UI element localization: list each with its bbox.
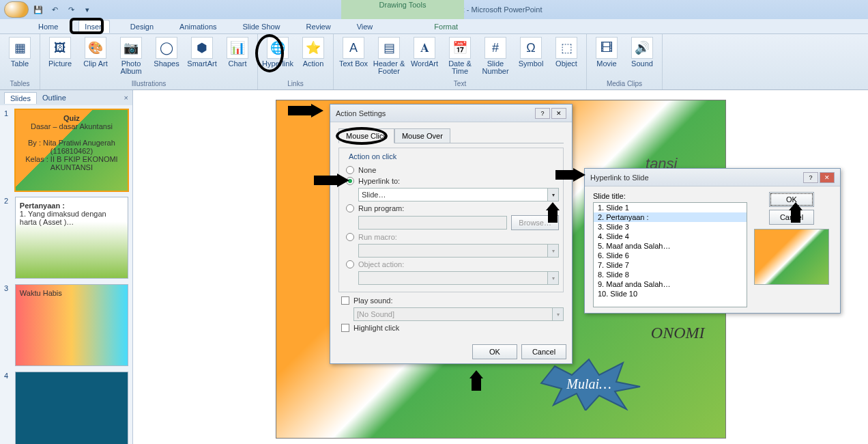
list-item[interactable]: 9. Maaf anda Salah… [594,279,747,289]
object-combo: ▾ [358,271,559,285]
action-settings-dialog: Action Settings ? ✕ Mouse Click Mouse Ov… [330,104,573,364]
chevron-down-icon: ▾ [547,245,558,257]
qat-undo-icon[interactable]: ↶ [48,3,61,16]
sound-combo: [No Sound]▾ [353,307,564,321]
btn-symbol[interactable]: ΩSymbol [514,36,548,69]
list-item[interactable]: 4. Slide 4 [594,232,747,241]
tab-slides[interactable]: Slides [4,92,37,104]
panel-close-icon[interactable]: × [124,94,128,102]
list-item[interactable]: 8. Slide 8 [594,270,747,279]
thumb-1[interactable]: Quiz Dasar – dasar Akuntansi By : Nita P… [15,109,128,191]
dialog-titlebar[interactable]: Hyperlink to Slide ? ✕ [585,169,840,186]
thumb-num: 3 [4,284,12,366]
btn-hyperlink[interactable]: 🌐Hyperlink [261,36,295,69]
qat-save-icon[interactable]: 💾 [31,3,45,16]
side-tabs: Slides Outline × [0,90,132,105]
contextual-tab-title: Drawing Tools [379,1,426,9]
btn-smartart[interactable]: ⬢SmartArt [185,36,219,69]
btn-object[interactable]: ⬚Object [549,36,583,69]
tab-review[interactable]: Review [301,20,336,33]
tab-mouseover[interactable]: Mouse Over [394,128,450,143]
tab-home[interactable]: Home [33,20,63,33]
btn-datetime[interactable]: 📅Date & Time [443,36,477,77]
symbol-icon: Ω [520,37,542,59]
dialog-tabs: Mouse Click Mouse Over [338,128,564,143]
ok-button[interactable]: OK [769,192,814,207]
list-item[interactable]: 6. Slide 6 [594,251,747,260]
btn-chart[interactable]: 📊Chart [220,36,255,69]
btn-sound[interactable]: 🔊Sound [625,36,659,69]
mulai-label: Mulai… [566,376,611,391]
chk-playsound[interactable] [341,296,349,305]
mulai-shape[interactable]: Mulai… [534,356,643,411]
datetime-icon: 📅 [449,37,471,59]
list-item[interactable]: 1. Slide 1 [594,203,747,212]
chevron-down-icon[interactable]: ▾ [547,189,558,201]
btn-picture[interactable]: 🖼Picture [43,36,77,69]
tab-design[interactable]: Design [125,20,159,33]
group-tables-label: Tables [3,80,37,89]
radio-none[interactable] [346,166,354,174]
thumb-num: 4 [4,372,12,444]
btn-photoalbum[interactable]: 📷Photo Album [114,36,148,77]
tab-format[interactable]: Format [429,20,463,33]
office-button[interactable] [4,1,29,18]
thumb-3[interactable]: Waktu Habis [15,284,128,366]
tab-view[interactable]: View [351,20,379,33]
thumb-num: 2 [4,197,12,279]
btn-shapes[interactable]: ◯Shapes [149,36,184,69]
contextual-tab: Drawing Tools [341,0,464,19]
hyperlink-value: Slide… [362,191,386,199]
qat-redo-icon[interactable]: ↷ [64,3,78,16]
chk-highlight[interactable] [341,324,349,332]
btn-headerfooter[interactable]: ▤Header & Footer [372,36,406,77]
object-icon: ⬚ [555,37,577,59]
chevron-down-icon: ▾ [547,272,558,284]
tab-insert[interactable]: Insert [78,20,110,33]
btn-textbox[interactable]: AText Box [336,36,371,69]
btn-clipart[interactable]: 🎨Clip Art [78,36,113,69]
dialog-titlebar[interactable]: Action Settings ? ✕ [330,105,572,122]
list-item[interactable]: 2. Pertanyaan : [594,212,747,222]
btn-wordart[interactable]: 𝐀WordArt [407,36,442,69]
album-icon: 📷 [120,37,142,59]
list-item[interactable]: 3. Slide 3 [594,222,747,232]
tab-slideshow[interactable]: Slide Show [237,20,286,33]
btn-action[interactable]: ⭐Action [296,36,330,69]
title-bar: 💾 ↶ ↷ ▾ Quiz nita.pptx - Microsoft Power… [0,0,868,19]
tab-outline[interactable]: Outline [42,94,66,102]
help-icon[interactable]: ? [535,108,550,119]
qat-more-icon[interactable]: ▾ [81,3,94,16]
group-tables: ▦Table Tables [0,34,40,89]
tab-mouseclick[interactable]: Mouse Click [338,128,394,143]
runprogram-field [358,216,507,230]
thumb-4[interactable] [15,372,128,444]
list-item[interactable]: 5. Maaf anda Salah… [594,241,747,251]
close-icon[interactable]: ✕ [820,172,835,183]
btn-slidenumber[interactable]: #Slide Number [478,36,512,77]
ok-button[interactable]: OK [472,344,517,359]
thumb-2[interactable]: Pertanyaan :1. Yang dimaksud dengan hart… [15,197,128,279]
label-highlight: Highlight click [353,324,399,332]
headerfooter-icon: ▤ [378,37,400,59]
list-item[interactable]: 7. Slide 7 [594,260,747,270]
cancel-button[interactable]: Cancel [769,210,814,225]
help-icon[interactable]: ? [803,172,818,183]
cancel-button[interactable]: Cancel [521,344,566,359]
slide-listbox[interactable]: 1. Slide 12. Pertanyaan :3. Slide 34. Sl… [593,202,747,307]
clipart-icon: 🎨 [85,37,106,59]
tab-animations[interactable]: Animations [174,20,222,33]
close-icon[interactable]: ✕ [551,108,566,119]
chevron-down-icon: ▾ [552,308,563,320]
btn-table[interactable]: ▦Table [3,36,37,69]
radio-hyperlink[interactable] [346,177,354,185]
radio-runprogram[interactable] [346,204,354,212]
label-none: None [358,166,376,174]
hyperlink-combo[interactable]: Slide…▾ [358,188,559,202]
group-links: 🌐Hyperlink ⭐Action Links [258,34,334,89]
thumbnail-list[interactable]: 1 Quiz Dasar – dasar Akuntansi By : Nita… [0,105,132,444]
label-hyperlink: Hyperlink to: [358,177,400,185]
btn-movie[interactable]: 🎞Movie [590,36,624,69]
slidenumber-icon: # [484,37,506,59]
list-item[interactable]: 10. Slide 10 [594,289,747,299]
